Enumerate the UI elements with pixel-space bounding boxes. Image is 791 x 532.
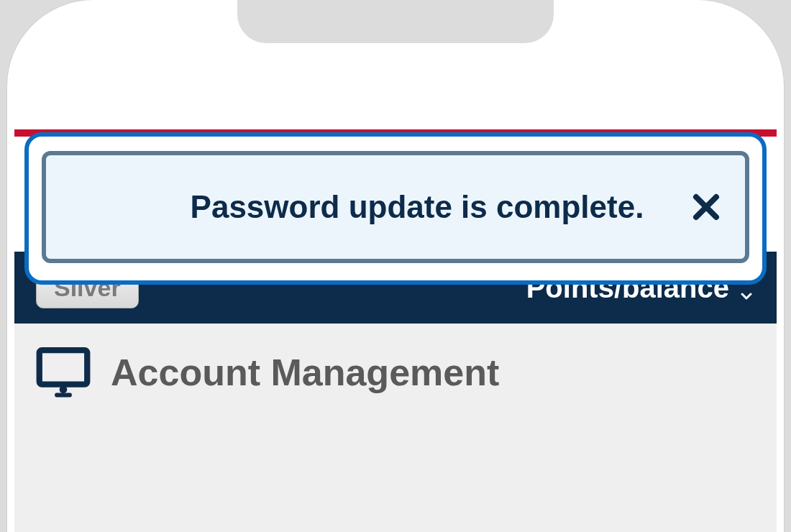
- content-area: Account Management: [14, 324, 777, 532]
- phone-notch: [237, 0, 554, 43]
- toast-close-button[interactable]: [689, 190, 723, 224]
- toast-highlight-frame: Password update is complete.: [24, 132, 767, 285]
- toast-message: Password update is complete.: [46, 189, 745, 225]
- app-screen: Silver Points/balance: [14, 129, 777, 532]
- close-icon: [689, 190, 723, 224]
- phone-frame: Silver Points/balance: [7, 0, 784, 532]
- svg-rect-0: [40, 350, 88, 385]
- svg-point-1: [60, 385, 68, 393]
- section-title: Account Management: [111, 351, 499, 394]
- section-header: Account Management: [36, 345, 755, 400]
- success-toast: Password update is complete.: [42, 151, 749, 263]
- monitor-icon: [36, 345, 91, 400]
- svg-rect-2: [55, 393, 72, 398]
